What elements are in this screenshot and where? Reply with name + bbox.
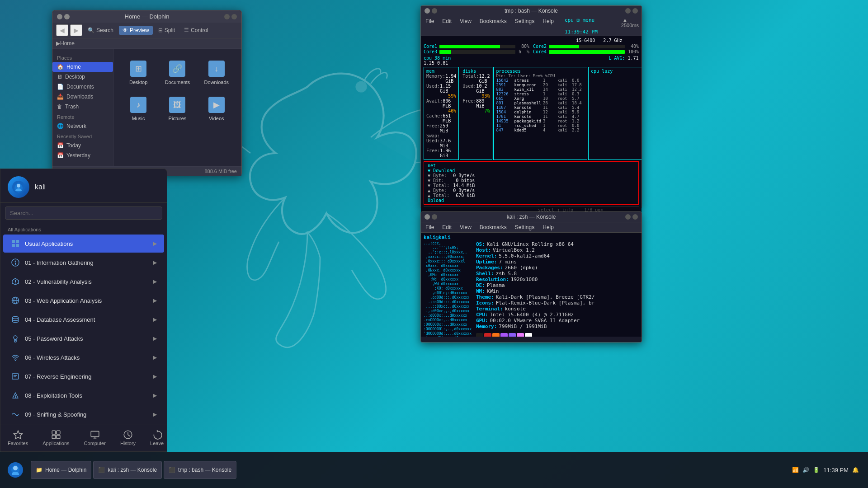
kali-search-input[interactable]: [5, 206, 162, 220]
konsole-top-menu-help[interactable]: Help: [541, 17, 556, 35]
kali-menu-reverse-engineering[interactable]: 07 - Reverse Engineering ▶: [3, 367, 164, 385]
dolphin-control-btn[interactable]: ☰ Control: [180, 26, 212, 35]
dolphin-preview-btn[interactable]: 👁 Preview: [119, 26, 153, 35]
process-cpu-row: 0.1: [591, 96, 642, 101]
max-button-bottom[interactable]: [625, 214, 631, 220]
color-orange: [492, 333, 500, 337]
footer-btn-favorites[interactable]: Favorites: [0, 428, 35, 448]
konsole-top-menu-view[interactable]: View: [458, 17, 473, 35]
dolphin-search-btn[interactable]: 🔍 Search: [84, 26, 117, 35]
dolphin-window-controls-right[interactable]: [224, 14, 237, 19]
file-downloads[interactable]: ↓ Downloads: [199, 56, 234, 89]
konsole-bot-bookmarks[interactable]: Bookmarks: [478, 223, 509, 231]
dolphin-forward-btn[interactable]: ▶: [70, 24, 82, 36]
kali-menu-web-app[interactable]: 03 - Web Application Analysis ▶: [3, 291, 164, 310]
min-button-top[interactable]: [432, 8, 437, 14]
sidebar-item-downloads[interactable]: 📥 Downloads: [52, 92, 113, 102]
web-app-icon: [10, 296, 20, 305]
file-music[interactable]: ♪ Music: [121, 92, 156, 125]
trash-icon: 🗑: [57, 103, 62, 110]
sidebar-item-home[interactable]: 🏠 Home: [52, 62, 113, 72]
close-button-top[interactable]: [425, 8, 430, 14]
taskbar-app-zsh[interactable]: ⬛ kali : zsh — Konsole: [93, 461, 162, 479]
footer-btn-computer[interactable]: Computer: [77, 428, 113, 448]
process-row: 891plasmashell26kali18.4: [496, 101, 585, 105]
file-videos[interactable]: ▶ Videos: [199, 92, 234, 125]
konsole-bot-edit[interactable]: Edit: [440, 223, 453, 231]
konsole-bot-file[interactable]: File: [424, 223, 436, 231]
network-icon: 🌐: [57, 123, 64, 129]
close-button-top2[interactable]: [632, 8, 638, 14]
window-controls-top[interactable]: [425, 8, 437, 14]
breadcrumb-home[interactable]: Home: [60, 40, 75, 47]
process-cpu-row: 0.1: [591, 105, 642, 110]
dolphin-close-btn2[interactable]: [231, 14, 237, 19]
sidebar-item-today[interactable]: 📅 Today: [52, 141, 113, 150]
kali-menu-wireless[interactable]: 06 - Wireless Attacks ▶: [3, 348, 164, 366]
kali-avatar: [8, 176, 29, 198]
close-button-bottom[interactable]: [425, 214, 430, 220]
file-desktop[interactable]: ⊞ Desktop: [121, 56, 156, 89]
kali-menu-exploitation[interactable]: 08 - Exploitation Tools ▶: [3, 386, 164, 404]
process-cpu-row: 0.0: [591, 123, 642, 128]
svg-point-10: [15, 283, 16, 284]
kali-menu-db-assessment[interactable]: 04 - Database Assessment ▶: [3, 310, 164, 328]
info-gathering-icon: [10, 258, 20, 267]
kali-menu-password-attacks[interactable]: 05 - Password Attacks ▶: [3, 329, 164, 347]
taskbar-app-dolphin[interactable]: 📁 Home — Dolphin: [31, 461, 91, 479]
svg-point-14: [13, 317, 19, 319]
dolphin-close-btn[interactable]: [57, 14, 62, 19]
taskbar-app-bash[interactable]: ⬛ tmp : bash — Konsole: [164, 461, 236, 479]
konsole-bot-settings[interactable]: Settings: [513, 223, 536, 231]
kali-search-container[interactable]: [0, 203, 167, 223]
max-button-top[interactable]: [625, 8, 631, 14]
process-cpu-row: 0.0: [591, 92, 642, 96]
konsole-top-right-btns[interactable]: [625, 8, 638, 14]
close-button-bottom2[interactable]: [632, 214, 638, 220]
dolphin-window-controls[interactable]: [57, 14, 70, 19]
konsole-bot-help[interactable]: Help: [541, 223, 556, 231]
svg-point-23: [15, 397, 16, 398]
kali-menu-usual-apps[interactable]: Usual Applications ▶: [3, 235, 164, 253]
konsole-top-menu-file[interactable]: File: [424, 17, 436, 35]
free-space: 888.6 MiB free: [204, 169, 237, 174]
sidebar-item-trash[interactable]: 🗑 Trash: [52, 102, 113, 112]
sidebar-item-network[interactable]: 🌐 Network: [52, 121, 113, 131]
file-pictures[interactable]: 🖼 Pictures: [160, 92, 195, 125]
dolphin-max-btn[interactable]: [224, 14, 230, 19]
konsole-bot-view[interactable]: View: [458, 223, 473, 231]
dolphin-breadcrumb: ▶ Home: [52, 38, 241, 49]
cpu-bars: Core1 80% Core2 40% Core3 h %: [424, 44, 639, 54]
dolphin-min-btn[interactable]: [64, 14, 70, 19]
dolphin-remote-label: Remote: [52, 112, 113, 121]
documents-icon: 📄: [57, 84, 64, 90]
dolphin-back-btn[interactable]: ◀: [56, 24, 68, 36]
footer-btn-history[interactable]: History: [113, 428, 143, 448]
kali-logo-button[interactable]: [5, 459, 26, 481]
file-documents[interactable]: 🔗 Documents: [160, 56, 195, 89]
process-row: 12326stress1kali0.3: [496, 92, 585, 96]
exploitation-label: 08 - Exploitation Tools: [25, 392, 82, 399]
sidebar-item-yesterday[interactable]: 📅 Yesterday: [52, 150, 113, 160]
kali-menu-vuln-analysis[interactable]: 02 - Vulnerability Analysis ▶: [3, 272, 164, 291]
kali-menu-info-gathering[interactable]: 01 - Information Gathering ▶: [3, 253, 164, 272]
konsole-top-menu-bookmarks[interactable]: Bookmarks: [478, 17, 509, 35]
sidebar-item-documents[interactable]: 📄 Documents: [52, 82, 113, 92]
min-button-bottom[interactable]: [432, 214, 437, 220]
footer-btn-leave[interactable]: Leave: [143, 428, 171, 448]
cpu-model-line: i5-6400 2.7 GHz: [424, 38, 639, 43]
sidebar-item-desktop[interactable]: 🖥 Desktop: [52, 72, 113, 82]
footer-btn-applications[interactable]: Applications: [35, 428, 76, 448]
dolphin-split-btn[interactable]: ⊟ Split: [155, 26, 179, 35]
web-app-label: 03 - Web Application Analysis: [25, 297, 102, 304]
konsole-bottom-right-btns[interactable]: [625, 214, 638, 220]
svg-point-18: [15, 360, 16, 361]
konsole-top-menu-settings[interactable]: Settings: [513, 17, 536, 35]
konsole-top-menu-edit[interactable]: Edit: [440, 17, 453, 35]
applications-label: Applications: [42, 441, 69, 446]
taskbar-apps: 📁 Home — Dolphin ⬛ kali : zsh — Konsole …: [26, 461, 792, 479]
kali-menu-sniffing[interactable]: 09 - Sniffing & Spoofing ▶: [3, 405, 164, 423]
neofetch-ascii: ..,;ccc, ...''';lx0S; .,';:c:::,l0xxxx,.…: [424, 241, 472, 337]
window-controls-bottom[interactable]: [425, 214, 437, 220]
cpu-uptime: cpu 38 min L AVG: 1.71 1.25 0.81: [424, 56, 639, 66]
